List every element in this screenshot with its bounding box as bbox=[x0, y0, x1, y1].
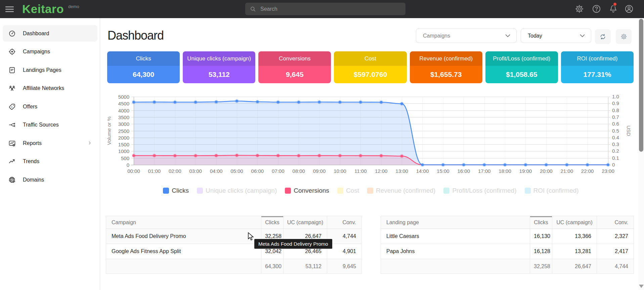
sidebar-item-label: Offers bbox=[23, 104, 37, 110]
app-logo[interactable]: Keitaro demo bbox=[22, 0, 79, 18]
sidebar-item-label: Traffic Sources bbox=[23, 122, 59, 128]
legend-item-conversions[interactable]: Conversions bbox=[285, 187, 329, 194]
row-value-cell: 4,744 bbox=[327, 229, 362, 244]
svg-text:20:00: 20:00 bbox=[540, 168, 553, 174]
sidebar-item-reports[interactable]: Reports bbox=[3, 135, 97, 151]
stat-card-roi-confirmed-: ROI (confirmed)177.31% bbox=[561, 51, 634, 83]
sidebar-item-label: Affiliate Networks bbox=[23, 85, 64, 91]
sidebar-item-trends[interactable]: Trends bbox=[3, 153, 97, 170]
legend-swatch bbox=[337, 188, 343, 194]
column-header-clicks[interactable]: Clicks bbox=[261, 216, 284, 229]
sidebar-item-label: Dashboard bbox=[23, 31, 49, 37]
svg-text:4000: 4000 bbox=[118, 108, 129, 113]
svg-text:3500: 3500 bbox=[118, 114, 129, 120]
column-header-landing-page[interactable]: Landing page bbox=[381, 216, 530, 229]
svg-text:17:00: 17:00 bbox=[478, 168, 491, 174]
account-avatar-icon[interactable] bbox=[625, 4, 634, 13]
sidebar-item-traffic-sources[interactable]: Traffic Sources bbox=[3, 117, 97, 133]
traffic-icon bbox=[8, 121, 16, 129]
legend-item-profit-loss-confirmed-[interactable]: Profit/Loss (confirmed) bbox=[443, 187, 516, 194]
search-box[interactable] bbox=[245, 3, 405, 15]
entity-filter-select[interactable]: Campaigns bbox=[416, 29, 517, 43]
svg-text:1000: 1000 bbox=[118, 148, 129, 154]
column-header-uc-campaign-[interactable]: UC (campaign) bbox=[284, 216, 327, 229]
column-header-uc-campaign-[interactable]: UC (campaign) bbox=[552, 216, 597, 229]
svg-text:s: s bbox=[11, 105, 12, 108]
chart-settings-button[interactable] bbox=[616, 29, 632, 44]
svg-text:USD: USD bbox=[626, 126, 632, 136]
domains-icon bbox=[8, 176, 16, 184]
hamburger-menu-icon[interactable] bbox=[5, 6, 14, 12]
svg-text:00:00: 00:00 bbox=[127, 168, 140, 174]
svg-text:14:00: 14:00 bbox=[416, 168, 429, 174]
refresh-icon bbox=[599, 33, 606, 40]
date-range-select[interactable]: Today bbox=[521, 29, 591, 43]
refresh-button[interactable] bbox=[595, 29, 611, 44]
svg-text:10:00: 10:00 bbox=[334, 168, 346, 174]
topbar: Keitaro demo bbox=[0, 0, 644, 18]
legend-item-roi-confirmed-[interactable]: ROI (confirmed) bbox=[525, 187, 579, 194]
chevron-down-icon bbox=[505, 34, 510, 38]
column-header-clicks[interactable]: Clicks bbox=[530, 216, 552, 229]
totals-cell bbox=[381, 259, 530, 274]
sidebar-item-offers[interactable]: sOffers bbox=[3, 98, 97, 115]
legend-label: Revenue (confirmed) bbox=[376, 187, 435, 194]
totals-cell bbox=[106, 259, 261, 274]
legend-item-cost[interactable]: Cost bbox=[337, 187, 359, 194]
svg-text:08:00: 08:00 bbox=[292, 168, 305, 174]
sidebar-item-campaigns[interactable]: Campaigns bbox=[3, 44, 97, 60]
totals-cell: 64,300 bbox=[261, 259, 284, 274]
table-row[interactable]: Little Caesars16,13013,3662,327 bbox=[381, 229, 634, 244]
row-value-cell: 13,366 bbox=[552, 229, 597, 244]
legend-item-unique-clicks-campaign-[interactable]: Unique clicks (campaign) bbox=[197, 187, 277, 194]
scrollbar-thumb[interactable] bbox=[639, 19, 643, 152]
totals-cell: 32,258 bbox=[530, 259, 552, 274]
sidebar-item-label: Reports bbox=[23, 140, 42, 146]
help-icon[interactable] bbox=[592, 4, 601, 13]
search-input[interactable] bbox=[260, 6, 388, 12]
sidebar-item-affiliate-networks[interactable]: Affiliate Networks bbox=[3, 80, 97, 97]
app-logo-badge: demo bbox=[68, 4, 79, 9]
sidebar-item-landings-pages[interactable]: Landings Pages bbox=[3, 62, 97, 78]
legend-swatch bbox=[197, 188, 203, 194]
svg-text:500: 500 bbox=[121, 155, 129, 161]
totals-cell: 26,647 bbox=[552, 259, 597, 274]
column-header-conv-[interactable]: Conv. bbox=[327, 216, 362, 229]
column-header-campaign[interactable]: Campaign bbox=[106, 216, 261, 229]
settings-icon[interactable] bbox=[575, 4, 584, 13]
svg-text:0.3: 0.3 bbox=[612, 141, 619, 147]
legend-swatch bbox=[285, 188, 291, 194]
svg-text:1500: 1500 bbox=[118, 142, 129, 147]
totals-cell: 53,112 bbox=[284, 259, 327, 274]
sidebar-item-label: Domains bbox=[23, 177, 44, 183]
svg-text:3000: 3000 bbox=[118, 121, 129, 127]
svg-text:09:00: 09:00 bbox=[313, 168, 326, 174]
row-name-cell: Little Caesars bbox=[381, 229, 530, 244]
sidebar-item-dashboard[interactable]: Dashboard bbox=[3, 25, 97, 42]
row-value-cell: 2,327 bbox=[597, 229, 634, 244]
svg-text:5000: 5000 bbox=[118, 94, 129, 100]
column-header-conv-[interactable]: Conv. bbox=[597, 216, 634, 229]
chevron-right-icon bbox=[87, 141, 92, 147]
legend-swatch bbox=[443, 188, 449, 194]
campaigns-icon bbox=[8, 48, 16, 55]
stat-card-profit-loss-confirmed-: Profit/Loss (confirmed)$1,058.65 bbox=[485, 51, 558, 83]
stat-card-value: $1,655.73 bbox=[410, 66, 482, 83]
search-icon bbox=[250, 6, 256, 12]
legend-item-revenue-confirmed-[interactable]: Revenue (confirmed) bbox=[367, 187, 435, 194]
stat-card-cost: Cost$597.0760 bbox=[334, 51, 406, 83]
stat-card-value: $597.0760 bbox=[334, 66, 406, 83]
traffic-chart: 0500100015002000250030003500400045005000… bbox=[104, 91, 635, 176]
svg-text:0.1: 0.1 bbox=[612, 155, 619, 161]
legend-item-clicks[interactable]: Clicks bbox=[163, 187, 189, 194]
stat-card-unique-clicks-campaign-: Unique clicks (campaign)53,112 bbox=[183, 51, 255, 83]
row-value-cell: 16,128 bbox=[530, 244, 552, 259]
svg-text:0.8: 0.8 bbox=[612, 107, 619, 113]
stat-card-revenue-confirmed-: Revenue (confirmed)$1,655.73 bbox=[410, 51, 482, 83]
sidebar-item-domains[interactable]: Domains bbox=[3, 172, 97, 188]
scrollbar-down-arrow[interactable] bbox=[639, 285, 644, 288]
sidebar-item-label: Trends bbox=[23, 158, 39, 164]
svg-text:11:00: 11:00 bbox=[354, 168, 367, 174]
row-value-cell: 2,417 bbox=[597, 244, 634, 259]
table-row[interactable]: Papa Johns16,12813,2812,417 bbox=[381, 244, 634, 259]
